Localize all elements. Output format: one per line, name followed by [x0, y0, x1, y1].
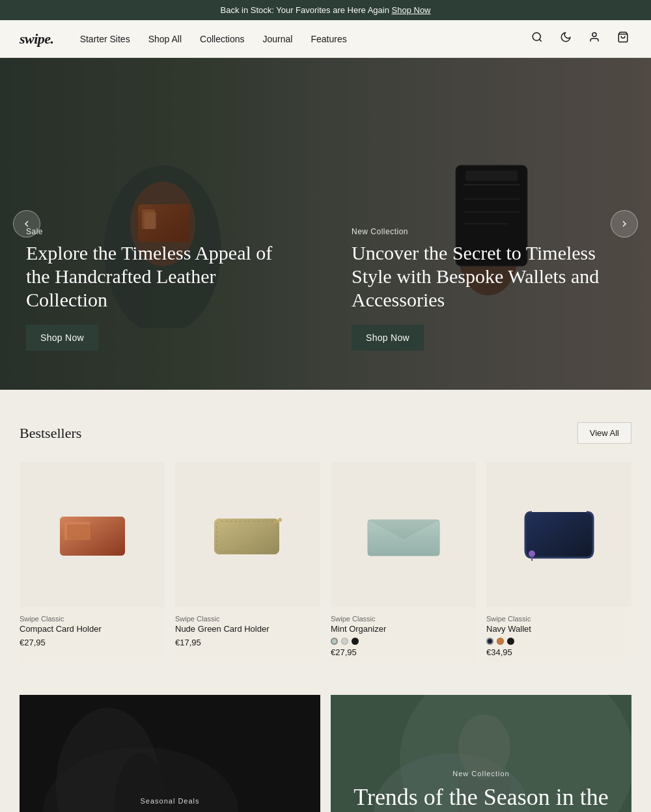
hero-slide-left-label: Sale: [26, 227, 299, 236]
banner-left-bg: [20, 695, 320, 812]
product-price-2: €17,95: [175, 638, 320, 647]
product-price-1: €27,95: [20, 638, 165, 647]
view-all-button[interactable]: View All: [577, 422, 631, 444]
product-name-4: Navy Wallet: [486, 624, 631, 634]
hero-slide-left: Sale Explore the Timeless Appeal of the …: [26, 227, 299, 351]
product-info-2: Swipe Classic Nude Green Card Holder €17…: [175, 607, 320, 653]
product-4-wallet-illustration: [520, 507, 598, 562]
svg-rect-32: [525, 512, 593, 558]
svg-point-25: [278, 518, 282, 522]
logo[interactable]: swipe.: [20, 31, 54, 47]
product-card-3[interactable]: Swipe Classic Mint Organizer €27,95: [331, 462, 476, 662]
product-card-2[interactable]: Swipe Classic Nude Green Card Holder €17…: [175, 462, 320, 662]
color-dot-grey[interactable]: [341, 638, 348, 645]
banners-section: Seasonal Deals Sale Up to 50% New Collec…: [0, 695, 651, 812]
hero-slide-left-title: Explore the Timeless Appeal of the Handc…: [26, 241, 299, 312]
product-info-4: Swipe Classic Navy Wallet €34,95: [486, 607, 631, 662]
section-title: Bestsellers: [20, 425, 81, 442]
slider-prev-button[interactable]: [13, 210, 40, 237]
svg-point-33: [529, 550, 535, 557]
product-price-4: €34,95: [486, 647, 631, 657]
nav: Starter Sites Shop All Collections Journ…: [80, 34, 529, 44]
banner-left-label: Seasonal Deals: [33, 797, 307, 805]
product-2-wallet-illustration: [209, 509, 287, 561]
banner-right-title: Trends of the Season in the New Collecti…: [344, 784, 618, 812]
announcement-link[interactable]: Shop Now: [392, 5, 431, 15]
svg-point-0: [533, 33, 540, 40]
nav-features[interactable]: Features: [311, 34, 346, 44]
product-name-1: Compact Card Holder: [20, 624, 165, 634]
product-image-2: [175, 462, 320, 607]
hero-slide-right-cta[interactable]: Shop Now: [352, 325, 424, 351]
cart-icon[interactable]: [615, 29, 631, 49]
product-info-3: Swipe Classic Mint Organizer €27,95: [331, 607, 476, 662]
product-card-4[interactable]: Swipe Classic Navy Wallet €34,95: [486, 462, 631, 662]
search-icon[interactable]: [529, 29, 546, 49]
product-brand-2: Swipe Classic: [175, 615, 320, 623]
announcement-bar: Back in Stock: Your Favorites are Here A…: [0, 0, 651, 20]
banner-right-content: New Collection Trends of the Season in t…: [331, 770, 631, 812]
product-name-2: Nude Green Card Holder: [175, 624, 320, 634]
product-image-3: [331, 462, 476, 607]
nav-shop-all[interactable]: Shop All: [148, 34, 182, 44]
header-icons: [529, 29, 631, 49]
product-image-1: [20, 462, 165, 607]
product-brand-3: Swipe Classic: [331, 615, 476, 623]
product-name-3: Mint Organizer: [331, 624, 476, 634]
product-brand-4: Swipe Classic: [486, 615, 631, 623]
nav-collections[interactable]: Collections: [200, 34, 244, 44]
user-icon[interactable]: [586, 29, 603, 49]
color-dot-navy[interactable]: [486, 638, 493, 645]
product-1-wallet-illustration: [57, 510, 128, 559]
section-header: Bestsellers View All: [20, 422, 631, 444]
hero-slide-right: New Collection Uncover the Secret to Tim…: [352, 227, 625, 351]
header: swipe. Starter Sites Shop All Collection…: [0, 20, 651, 58]
bestsellers-section: Bestsellers View All: [0, 390, 651, 695]
banner-left-content: Seasonal Deals Sale Up to 50%: [20, 797, 320, 812]
product-3-wallet-illustration: [365, 507, 443, 562]
banner-right-label: New Collection: [344, 770, 618, 778]
slider-next-button[interactable]: [611, 210, 638, 237]
product-card-1[interactable]: Swipe Classic Compact Card Holder €27,95: [20, 462, 165, 662]
banner-seasonal-deals[interactable]: Seasonal Deals Sale Up to 50%: [20, 695, 320, 812]
color-dot-tan[interactable]: [497, 638, 504, 645]
svg-rect-23: [214, 519, 279, 554]
svg-line-1: [539, 39, 541, 41]
announcement-text: Back in Stock: Your Favorites are Here A…: [220, 5, 391, 15]
product-image-4: [486, 462, 631, 607]
hero-slider: Sale Explore the Timeless Appeal of the …: [0, 58, 651, 390]
banner-new-collection[interactable]: New Collection Trends of the Season in t…: [331, 695, 631, 812]
hero-content: Sale Explore the Timeless Appeal of the …: [0, 227, 651, 351]
product-info-1: Swipe Classic Compact Card Holder €27,95: [20, 607, 165, 653]
color-dot-mint[interactable]: [331, 638, 338, 645]
color-dot-black[interactable]: [352, 638, 359, 645]
product-price-3: €27,95: [331, 647, 476, 657]
nav-journal[interactable]: Journal: [263, 34, 293, 44]
product-colors-4: [486, 638, 631, 645]
hero-slide-right-title: Uncover the Secret to Timeless Style wit…: [352, 241, 625, 312]
nav-starter-sites[interactable]: Starter Sites: [80, 34, 130, 44]
svg-rect-30: [368, 520, 439, 556]
svg-rect-21: [67, 524, 92, 540]
hero-slide-left-cta[interactable]: Shop Now: [26, 325, 98, 351]
moon-icon[interactable]: [557, 29, 574, 49]
product-colors-3: [331, 638, 476, 645]
product-brand-1: Swipe Classic: [20, 615, 165, 623]
svg-point-2: [592, 33, 596, 36]
hero-slide-right-label: New Collection: [352, 227, 625, 236]
product-grid: Swipe Classic Compact Card Holder €27,95: [20, 462, 631, 662]
color-dot-black-4[interactable]: [507, 638, 514, 645]
